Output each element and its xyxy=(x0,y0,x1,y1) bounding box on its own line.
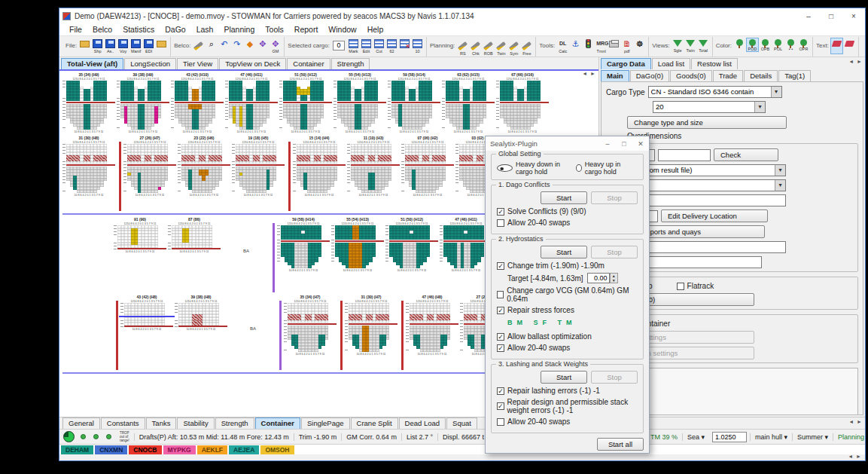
container-cell[interactable] xyxy=(97,187,101,190)
start-all-button[interactable]: Start all xyxy=(597,438,644,451)
tab-strength[interactable]: Strength xyxy=(331,58,370,69)
container-cell[interactable] xyxy=(429,115,433,118)
container-cell[interactable] xyxy=(273,161,277,164)
container-cell[interactable] xyxy=(318,237,322,240)
menu-lash[interactable]: Lash xyxy=(191,24,219,35)
tab-stability[interactable]: Stability xyxy=(177,417,214,429)
container-cell[interactable] xyxy=(155,245,159,248)
port-tag-cnocb[interactable]: CNOCB xyxy=(129,445,161,454)
menu-report[interactable]: Report xyxy=(289,24,324,35)
container-cell[interactable] xyxy=(440,346,444,349)
menu-dago[interactable]: DaGo xyxy=(160,24,190,35)
container-cell[interactable] xyxy=(212,115,216,118)
container-cell[interactable] xyxy=(386,320,390,323)
sea-density-field[interactable] xyxy=(712,432,747,442)
container-cell[interactable] xyxy=(209,190,212,193)
status-segment[interactable]: Sea ▾ xyxy=(682,433,709,441)
container-cell[interactable] xyxy=(378,190,382,193)
edit-cargo-icon[interactable]: Edit xyxy=(360,38,373,54)
container-cell[interactable] xyxy=(321,98,324,101)
tab-cargo-data[interactable]: Cargo Data xyxy=(601,58,651,69)
bay-diagram[interactable]: 59 (58) (H14)1210 8 6 4 2 0 1 3 5 7 9 11… xyxy=(388,72,440,133)
grid-62-icon[interactable]: 62 xyxy=(385,38,398,54)
container-cell[interactable] xyxy=(100,121,104,124)
container-cell[interactable] xyxy=(443,179,446,182)
bay-diagram[interactable]: 35 (34) (H9)1210 8 6 4 2 0 1 3 5 7 9 111… xyxy=(62,72,115,133)
container-cell[interactable] xyxy=(369,260,373,263)
container-cell[interactable] xyxy=(212,98,216,101)
container-cell[interactable] xyxy=(219,179,223,182)
container-cell[interactable] xyxy=(93,127,97,130)
status-segment[interactable]: main hull ▾ xyxy=(750,433,792,441)
bay-diagram[interactable]: 31 (30) (H8)1210 8 6 4 2 0 1 3 5 7 9 111… xyxy=(62,136,115,197)
view-single-icon[interactable]: Sgle xyxy=(672,38,684,54)
container-cell[interactable] xyxy=(209,121,212,124)
save-manifest-icon[interactable]: Manif xyxy=(129,38,142,54)
check-button[interactable]: Check xyxy=(714,148,778,161)
start-button[interactable]: Start xyxy=(541,371,587,384)
status-segment[interactable]: Summer ▾ xyxy=(792,433,833,441)
text-tag2-icon[interactable] xyxy=(843,38,856,54)
container-cell[interactable] xyxy=(443,343,447,346)
bay-diagram[interactable]: 63 (62) (H15)1210 8 6 4 2 0 1 3 5 7 9 11… xyxy=(442,72,495,133)
container-cell[interactable] xyxy=(483,115,487,118)
subtab-goods-0-[interactable]: Goods(0) xyxy=(670,70,712,81)
mark-cargo-icon[interactable]: Mark xyxy=(347,38,360,54)
port-tag-deham[interactable]: DEHAM xyxy=(61,445,93,454)
subtab-main[interactable]: Main xyxy=(601,70,629,81)
subtab-dago-0-[interactable]: DaGo(0) xyxy=(630,70,669,81)
container-cell[interactable] xyxy=(314,124,318,127)
bay-diagram[interactable]: 43 (42) (H10)1210 8 6 4 2 0 1 3 5 7 9 11… xyxy=(171,72,224,133)
planning-rs-icon[interactable]: RS xyxy=(456,38,469,57)
start-button[interactable]: Start xyxy=(541,246,587,258)
spinner-arrows-icon[interactable]: ▲▼ xyxy=(610,273,618,283)
container-cell[interactable] xyxy=(256,127,260,130)
planning-free-icon[interactable]: Free xyxy=(520,38,533,57)
tab-constants[interactable]: Constants xyxy=(101,417,145,429)
bay-diagram[interactable]: 23 (22) (H6)1210 8 6 4 2 0 1 3 5 7 9 111… xyxy=(178,136,230,197)
container-cell[interactable] xyxy=(371,121,375,124)
container-cell[interactable] xyxy=(104,98,108,101)
planning-rob-icon[interactable]: ROB xyxy=(482,38,495,57)
bottom-tabs-pager-arrows[interactable]: ◄ ► xyxy=(848,419,863,424)
container-cell[interactable] xyxy=(158,115,162,118)
solve-conflicts-9-9-0--checkbox[interactable]: Solve Conflicts (9) (9/0) xyxy=(497,207,586,216)
canvas-pager-arrows[interactable]: ◄ ► xyxy=(582,71,596,76)
container-cell[interactable] xyxy=(321,343,325,346)
container-cell[interactable] xyxy=(310,127,314,130)
bay-diagram[interactable]: 55 (54) (H13)1210 8 6 4 2 0 1 3 5 7 9 11… xyxy=(331,217,384,272)
port-tag-omsoh[interactable]: OMSOH xyxy=(260,445,294,454)
tab-squat[interactable]: Squat xyxy=(446,417,477,429)
container-cell[interactable] xyxy=(165,179,169,182)
subtab-tag-1-[interactable]: Tag(1) xyxy=(778,70,811,81)
bay-diagram[interactable]: 87 (86)1210 8 6 4 2 0 1 3 5 7 9 1110 8 6… xyxy=(168,217,221,253)
container-cell[interactable] xyxy=(366,262,370,265)
container-cell[interactable] xyxy=(481,237,485,240)
container-cell[interactable] xyxy=(481,254,485,257)
container-cell[interactable] xyxy=(206,124,209,127)
container-cell[interactable] xyxy=(375,115,379,118)
container-cell[interactable] xyxy=(538,115,541,118)
menu-tools[interactable]: Tools xyxy=(260,24,289,35)
save-voyage-icon[interactable]: Voy xyxy=(117,38,129,54)
container-cell[interactable] xyxy=(266,187,270,190)
container-cell[interactable] xyxy=(534,121,538,124)
flatrack-checkbox[interactable]: Flatrack xyxy=(677,282,714,290)
container-cell[interactable] xyxy=(474,262,478,265)
container-cell[interactable] xyxy=(263,190,266,193)
stop-button[interactable]: Stop xyxy=(591,191,638,204)
helm-icon[interactable]: ☸ xyxy=(633,38,646,54)
container-cell[interactable] xyxy=(97,124,101,127)
container-cell[interactable] xyxy=(318,254,322,257)
bay-diagram[interactable]: 11 (10) (H3)1210 8 6 4 2 0 1 3 5 7 9 111… xyxy=(347,136,400,197)
container-cell[interactable] xyxy=(382,343,386,346)
container-cell[interactable] xyxy=(477,124,480,127)
menu-belco[interactable]: Belco xyxy=(87,24,117,35)
container-cell[interactable] xyxy=(483,98,487,101)
port-tag-aejea[interactable]: AEJEA xyxy=(229,445,259,454)
bay-diagram[interactable]: 55 (54) (H13)1210 8 6 4 2 0 1 3 5 7 9 11… xyxy=(333,72,386,133)
container-cell[interactable] xyxy=(419,127,422,130)
container-cell[interactable] xyxy=(324,190,327,193)
tab-crane-split[interactable]: Crane Split xyxy=(351,417,398,429)
port-tag-mypkg[interactable]: MYPKG xyxy=(163,445,196,454)
